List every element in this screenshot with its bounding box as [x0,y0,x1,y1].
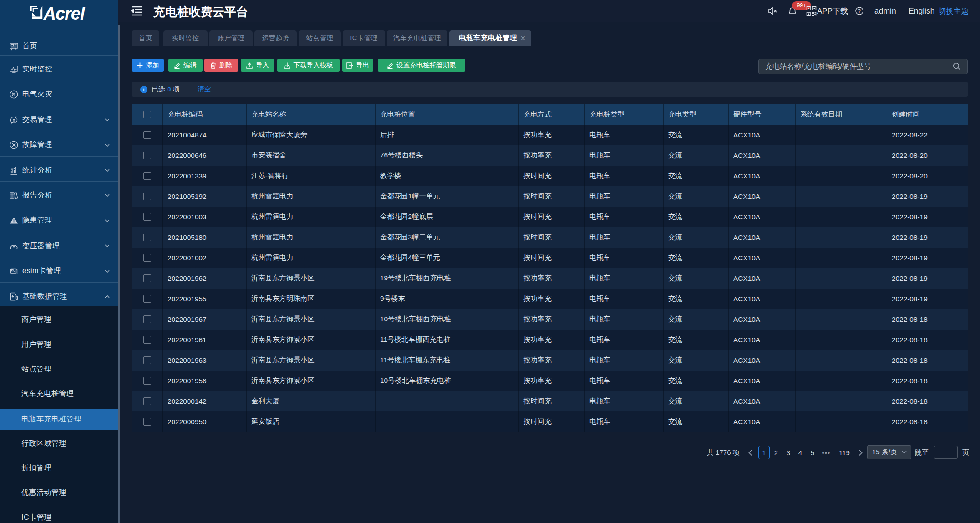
svg-text:Acrel: Acrel [43,4,86,23]
svg-text:?: ? [858,8,861,14]
